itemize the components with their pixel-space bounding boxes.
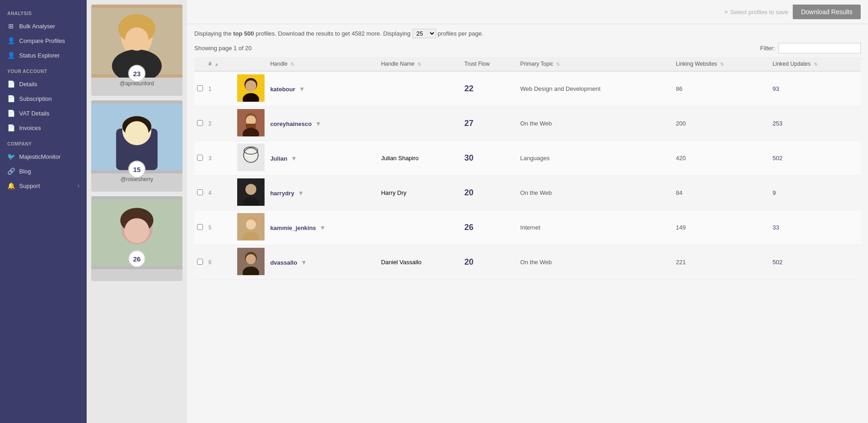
checkbox-1[interactable] [197, 85, 203, 91]
row-linked-updates-6[interactable]: 502 [770, 245, 861, 280]
col-handle[interactable]: Handle ⇅ [267, 57, 378, 71]
row-linked-updates-4[interactable]: 9 [770, 176, 861, 210]
linked-updates-link-1[interactable]: 93 [773, 85, 779, 92]
checkbox-2[interactable] [197, 120, 203, 126]
row-handle-name-2 [378, 106, 462, 141]
row-primary-topic-6: On the Web [518, 245, 673, 280]
row-checkbox-4[interactable] [194, 176, 206, 210]
row-checkbox-6[interactable] [194, 245, 206, 280]
row-linking-sites-6: 221 [673, 245, 770, 280]
download-results-button[interactable]: Download Results [793, 5, 861, 19]
page-filter-bar: Showing page 1 of 20 Filter: [187, 40, 868, 57]
row-linked-updates-3[interactable]: 502 [770, 141, 861, 176]
row-rank-6: 6 [206, 245, 234, 280]
person-icon: 👤 [7, 37, 15, 44]
handle-link-1[interactable]: katebour [270, 86, 295, 93]
linked-updates-link-6[interactable]: 502 [773, 259, 783, 266]
checkbox-5[interactable] [197, 224, 203, 230]
table-row: 2 coreyhainesco ▼ 27 On the Web 200 253 [194, 106, 861, 141]
save-icon-4[interactable]: ▼ [298, 189, 304, 197]
row-checkbox-5[interactable] [194, 210, 206, 245]
sidebar-item-label: VAT Details [19, 110, 49, 117]
row-checkbox-3[interactable] [194, 141, 206, 176]
profile-card-2[interactable]: 15 @rosiesherry [91, 100, 182, 192]
col-linking-websites-label: Linking Websites [676, 61, 717, 67]
linked-updates-link-5[interactable]: 33 [773, 224, 779, 231]
handle-link-3[interactable]: Julian [270, 155, 287, 162]
save-icon-5[interactable]: ▼ [319, 224, 326, 231]
col-handle-name[interactable]: Handle Name ⇅ [378, 57, 462, 71]
handle-link-5[interactable]: kammie_jenkins [270, 225, 316, 231]
row-avatar-3 [234, 141, 267, 176]
profile-card-1[interactable]: 23 @aprildunford [91, 5, 182, 96]
per-page-select[interactable]: 25 10 50 100 [412, 29, 436, 38]
row-checkbox-2[interactable] [194, 106, 206, 141]
linked-updates-link-2[interactable]: 253 [773, 120, 783, 127]
profile-score-1: 23 [128, 65, 146, 82]
row-rank-4: 4 [206, 176, 234, 210]
row-linked-updates-2[interactable]: 253 [770, 106, 861, 141]
col-trust-flow-label: Trust Flow [464, 61, 490, 67]
row-handle-4: harrydry ▼ [267, 176, 378, 210]
col-primary-topic-label: Primary Topic [520, 61, 553, 67]
sidebar-item-subscription[interactable]: 📄 Subscription [0, 91, 87, 106]
sidebar-item-bulk-analyser[interactable]: ⊞ Bulk Analyser [0, 19, 87, 33]
col-handle-label: Handle [270, 61, 287, 67]
sidebar-item-blog[interactable]: 🔗 Blog [0, 164, 87, 178]
handle-link-4[interactable]: harrydry [270, 190, 294, 197]
sidebar-item-label: Blog [19, 168, 31, 175]
handle-link-6[interactable]: dvassallo [270, 259, 297, 266]
save-icon-2[interactable]: ▼ [315, 120, 322, 127]
svg-rect-21 [246, 124, 256, 128]
sidebar-item-label: Subscription [19, 95, 52, 102]
col-linking-websites[interactable]: Linking Websites ⇅ [673, 57, 770, 71]
sidebar-item-vat-details[interactable]: 📄 VAT Details [0, 106, 87, 120]
row-linked-updates-5[interactable]: 33 [770, 210, 861, 245]
col-linked-updates[interactable]: Linked Updates ⇅ [770, 57, 861, 71]
sidebar-item-majestic-monitor[interactable]: 🐦 MajesticMonitor [0, 149, 87, 164]
row-trust-flow-3: 30 [462, 141, 518, 176]
sidebar-item-label: Support [19, 183, 40, 189]
row-avatar-5 [234, 210, 267, 245]
checkbox-4[interactable] [197, 189, 203, 195]
sidebar-item-support[interactable]: 🔔 Support › [0, 178, 87, 193]
profile-score-2: 15 [128, 161, 146, 178]
checkbox-6[interactable] [197, 259, 203, 265]
save-icon-6[interactable]: ▼ [301, 259, 307, 266]
row-linking-sites-4: 84 [673, 176, 770, 210]
sort-icon-handle: ⇅ [291, 62, 294, 67]
handle-link-2[interactable]: coreyhainesco [270, 120, 312, 127]
heart-icon: ♥ [724, 9, 728, 16]
table-row: 3 Julian ▼ Julian Shapiro 30 Languages 4… [194, 141, 861, 176]
col-primary-topic[interactable]: Primary Topic ⇅ [518, 57, 673, 71]
select-profiles-button[interactable]: ♥ Select profiles to save [724, 9, 788, 16]
linked-updates-link-3[interactable]: 502 [773, 155, 783, 162]
profile-card-3[interactable]: 26 [91, 196, 182, 281]
row-handle-1: katebour ▼ [267, 71, 378, 106]
checkbox-3[interactable] [197, 155, 203, 161]
save-icon-1[interactable]: ▼ [299, 85, 305, 93]
save-icon-3[interactable]: ▼ [291, 155, 297, 162]
sidebar-item-status-explorer[interactable]: 👤 Status Explorer [0, 48, 87, 63]
col-trust-flow[interactable]: Trust Flow [462, 57, 518, 71]
row-linked-updates-1[interactable]: 93 [770, 71, 861, 106]
row-primary-topic-3: Languages [518, 141, 673, 176]
row-handle-2: coreyhainesco ▼ [267, 106, 378, 141]
row-rank-3: 3 [206, 141, 234, 176]
linked-updates-link-4[interactable]: 9 [773, 189, 776, 196]
page-info: Showing page 1 of 20 [194, 45, 252, 52]
sidebar-item-label: Compare Profiles [19, 37, 65, 44]
sidebar-item-details[interactable]: 📄 Details [0, 77, 87, 91]
row-rank-1: 1 [206, 71, 234, 106]
sidebar-item-invoices[interactable]: 📄 Invoices [0, 120, 87, 135]
row-checkbox-1[interactable] [194, 71, 206, 106]
filter-input[interactable] [779, 43, 861, 53]
info-text-prefix: Displaying the [194, 30, 232, 37]
sidebar-item-compare-profiles[interactable]: 👤 Compare Profiles [0, 33, 87, 48]
row-avatar-1 [234, 71, 267, 106]
col-rank[interactable]: # ▲ [206, 57, 234, 71]
svg-point-36 [246, 254, 256, 264]
doc-icon-3: 📄 [7, 110, 15, 117]
sidebar-section-label-analysis: ANALYSIS [0, 5, 87, 19]
sort-icon-linking: ⇅ [720, 62, 724, 67]
